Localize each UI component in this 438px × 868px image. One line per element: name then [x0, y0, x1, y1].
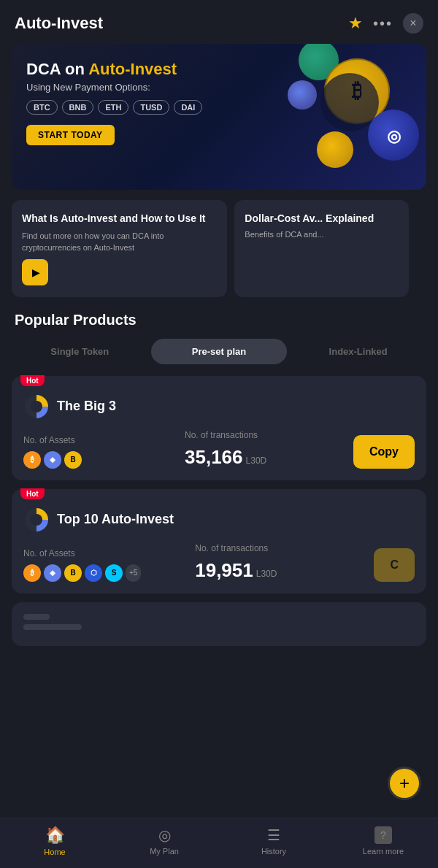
- product-card-top10: Hot Top 10 Auto-Invest No. of Assets ₿ ◈…: [12, 489, 426, 594]
- hot-badge-2: Hot: [20, 488, 45, 499]
- tx-period-2: L30D: [256, 569, 277, 579]
- product-card-partial: [12, 602, 426, 646]
- more-icon[interactable]: •••: [373, 15, 393, 32]
- product-name-1: The Big 3: [57, 399, 116, 414]
- fab-button[interactable]: +: [385, 764, 423, 802]
- product-header-2: Top 10 Auto-Invest: [23, 507, 415, 533]
- nav-home[interactable]: 🏠 Home: [29, 826, 80, 856]
- info-card-desc-2: Benefits of DCA and...: [245, 229, 399, 240]
- stat-transactions-1: No. of transactions 35,166 L30D: [185, 430, 346, 469]
- coin-tag-btc: BTC: [26, 100, 58, 115]
- tab-index-linked[interactable]: Index-Linked: [290, 339, 426, 364]
- btc-icon-1: ₿: [23, 451, 41, 469]
- coin-icons-1: ₿ ◈ B: [23, 451, 185, 469]
- extra-coins-badge: +5: [126, 564, 141, 582]
- pie-chart-icon-2: [23, 507, 50, 533]
- tx-count-2: 19,951 L30D: [195, 559, 366, 582]
- pie-chart-icon-1: [23, 393, 50, 420]
- header: Auto-Invest ★ ••• ×: [0, 0, 438, 44]
- copy-button-1[interactable]: Copy: [353, 435, 415, 469]
- nav-history-label: History: [261, 847, 286, 856]
- nav-myplan[interactable]: ◎ My Plan: [139, 826, 190, 856]
- home-icon: 🏠: [45, 826, 65, 845]
- product-tabs: Single Token Pre-set plan Index-Linked: [0, 339, 438, 364]
- history-icon: ☰: [267, 826, 280, 844]
- fab-plus-icon: +: [390, 769, 419, 798]
- stat-assets-1: No. of Assets ₿ ◈ B: [23, 435, 185, 469]
- nav-history[interactable]: ☰ History: [248, 826, 299, 856]
- close-icon[interactable]: ×: [403, 13, 423, 34]
- link-icon-2: ⬡: [85, 564, 102, 582]
- play-button-1[interactable]: [22, 259, 48, 285]
- bottom-navigation: 🏠 Home ◎ My Plan ☰ History ? Learn more: [0, 818, 438, 868]
- product-stats-2: No. of Assets ₿ ◈ B ⬡ S +5 No. of transa…: [23, 543, 415, 582]
- tab-preset-plan[interactable]: Pre-set plan: [151, 339, 288, 364]
- svg-point-5: [31, 401, 42, 412]
- start-today-button[interactable]: START TODAY: [26, 125, 115, 145]
- assets-label-1: No. of Assets: [23, 435, 185, 445]
- coin-icons-2: ₿ ◈ B ⬡ S +5: [23, 564, 195, 582]
- bnb-icon-1: B: [64, 451, 82, 469]
- eth-icon-2: ◈: [44, 564, 61, 582]
- assets-label-2: No. of Assets: [23, 548, 195, 558]
- tx-label-2: No. of transactions: [195, 543, 366, 553]
- app-title: Auto-Invest: [15, 14, 103, 33]
- info-card-dca[interactable]: Dollar-Cost Av... Explained Benefits of …: [234, 200, 409, 297]
- coin-tag-eth: ETH: [98, 100, 128, 115]
- coin-tags: BTC BNB ETH TUSD DAI: [26, 100, 238, 115]
- coin-decoration-5: [288, 80, 317, 110]
- product-name-2: Top 10 Auto-Invest: [57, 512, 174, 527]
- coin-decoration-2: ◎: [368, 110, 419, 161]
- product-card-big3: Hot The Big 3 No. of Assets ₿ ◈ B No. of…: [12, 376, 426, 480]
- hot-badge-1: Hot: [20, 375, 45, 386]
- info-card-title-1: What Is Auto-Invest and How to Use It: [22, 212, 217, 225]
- tx-label-1: No. of transactions: [185, 430, 346, 440]
- product-header-1: The Big 3: [23, 393, 415, 420]
- stat-assets-2: No. of Assets ₿ ◈ B ⬡ S +5: [23, 548, 195, 582]
- eth-icon-1: ◈: [44, 451, 61, 469]
- coin-tag-bnb: BNB: [62, 100, 94, 115]
- promo-banner: DCA on Auto-Invest Using New Payment Opt…: [12, 44, 426, 190]
- section-popular-products: Popular Products: [0, 312, 438, 329]
- info-card-title-2: Dollar-Cost Av... Explained: [245, 212, 399, 225]
- info-cards-row: What Is Auto-Invest and How to Use It Fi…: [0, 200, 438, 297]
- header-actions: ★ ••• ×: [348, 13, 423, 34]
- tx-count-1: 35,166 L30D: [185, 446, 346, 469]
- copy-button-2[interactable]: C: [374, 548, 415, 582]
- info-card-autoinvest[interactable]: What Is Auto-Invest and How to Use It Fi…: [12, 200, 227, 297]
- tab-single-token[interactable]: Single Token: [12, 339, 148, 364]
- learn-more-icon: ?: [374, 826, 392, 844]
- stat-transactions-2: No. of transactions 19,951 L30D: [195, 543, 366, 582]
- slp-icon-2: S: [105, 564, 123, 582]
- banner-decoration: ₿ ◎: [273, 44, 426, 190]
- nav-myplan-label: My Plan: [150, 847, 179, 856]
- nav-home-label: Home: [44, 848, 65, 856]
- coin-tag-dai: DAI: [174, 100, 202, 115]
- product-stats-1: No. of Assets ₿ ◈ B No. of transactions …: [23, 430, 415, 469]
- coin-decoration-4: [317, 131, 353, 168]
- banner-text: DCA on Auto-Invest Using New Payment Opt…: [26, 60, 238, 145]
- btc-icon-2: ₿: [23, 564, 41, 582]
- tx-period-1: L30D: [246, 456, 267, 466]
- bnb-icon-2: B: [64, 564, 82, 582]
- info-card-desc-1: Find out more on how you can DCA into cr…: [22, 231, 217, 253]
- svg-text:◎: ◎: [387, 127, 401, 145]
- banner-subtitle: Using New Payment Options:: [26, 82, 238, 93]
- svg-point-7: [31, 514, 42, 526]
- nav-learn-more[interactable]: ? Learn more: [358, 826, 409, 856]
- myplan-icon: ◎: [158, 826, 171, 844]
- banner-headline: DCA on Auto-Invest: [26, 60, 238, 79]
- coin-tag-tusd: TUSD: [133, 100, 169, 115]
- star-icon[interactable]: ★: [348, 14, 363, 33]
- nav-learn-label: Learn more: [363, 847, 404, 856]
